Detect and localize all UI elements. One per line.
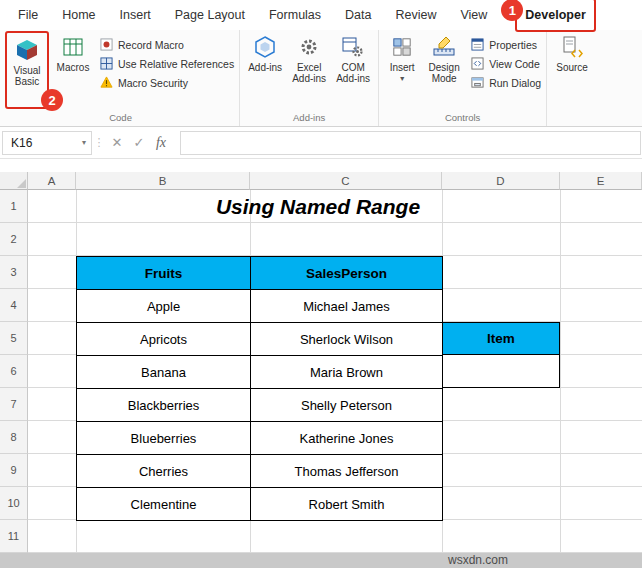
- cancel-button[interactable]: ✕: [106, 135, 128, 150]
- cell-fruit[interactable]: Apple: [77, 290, 251, 323]
- column-header-a[interactable]: A: [28, 172, 76, 190]
- item-input-cell[interactable]: [442, 355, 560, 388]
- cell-salesperson[interactable]: Katherine Jones: [251, 422, 443, 455]
- table-row: Banana Maria Brown: [77, 356, 443, 389]
- row-header-1[interactable]: 1: [0, 190, 28, 223]
- tab-page-layout[interactable]: Page Layout: [163, 1, 257, 29]
- tab-formulas[interactable]: Formulas: [257, 1, 333, 29]
- visual-basic-button[interactable]: Visual Basic: [7, 34, 47, 87]
- ribbon-group-xml: Source: [547, 30, 597, 126]
- column-header-b[interactable]: B: [76, 172, 250, 190]
- formula-input[interactable]: [180, 131, 641, 155]
- cell-fruit[interactable]: Cherries: [77, 455, 251, 488]
- row-header-8[interactable]: 8: [0, 421, 28, 454]
- run-dialog-label: Run Dialog: [489, 77, 541, 89]
- insert-function-button[interactable]: fx: [150, 135, 172, 151]
- insert-controls-button[interactable]: Insert ▼: [382, 31, 422, 82]
- cell-area[interactable]: Using Named Range Fruits SalesPerson App…: [28, 190, 642, 553]
- add-ins-button[interactable]: Add-ins: [243, 31, 287, 73]
- watermark-text: wsxdn.com: [448, 553, 508, 568]
- ribbon-group-addins: Add-ins Excel Add-ins: [240, 30, 379, 126]
- properties-button[interactable]: Properties: [471, 38, 541, 51]
- ribbon: Visual Basic 2 Macros: [0, 30, 642, 127]
- row-header-11[interactable]: 11: [0, 520, 28, 553]
- source-label: Source: [556, 62, 588, 73]
- source-button[interactable]: Source: [550, 31, 594, 73]
- com-add-ins-button[interactable]: COM Add-ins: [331, 31, 375, 84]
- formula-bar-handle: ⋮: [92, 136, 106, 149]
- tab-view[interactable]: View: [448, 1, 499, 29]
- chevron-down-icon[interactable]: ▾: [82, 138, 91, 147]
- cell-fruit[interactable]: Blueberries: [77, 422, 251, 455]
- tab-file[interactable]: File: [6, 1, 50, 29]
- macro-security-label: Macro Security: [118, 77, 188, 89]
- column-header-c[interactable]: C: [250, 172, 442, 190]
- row-header-column: 1 2 3 4 5 6 7 8 9 10 11: [0, 190, 28, 553]
- dialog-window-icon: [471, 76, 484, 89]
- gear-icon: [298, 34, 320, 60]
- cell-salesperson[interactable]: Sherlock Wilson: [251, 323, 443, 356]
- table-header-row: Fruits SalesPerson: [77, 257, 443, 290]
- cell-salesperson[interactable]: Maria Brown: [251, 356, 443, 389]
- cell-fruit[interactable]: Apricots: [77, 323, 251, 356]
- select-all-corner[interactable]: [0, 172, 28, 190]
- vb-cube-icon: [15, 37, 39, 63]
- cell-salesperson[interactable]: Michael James: [251, 290, 443, 323]
- watermark-bar: wsxdn.com: [0, 553, 642, 568]
- row-header-2[interactable]: 2: [0, 223, 28, 256]
- table-row: Blackberries Shelly Peterson: [77, 389, 443, 422]
- visual-basic-annotation-box: Visual Basic 2: [5, 31, 49, 109]
- enter-button[interactable]: ✓: [128, 135, 150, 150]
- row-header-9[interactable]: 9: [0, 454, 28, 487]
- toolbox-icon: [392, 34, 412, 60]
- code-window-icon: [471, 57, 484, 70]
- macro-security-button[interactable]: Macro Security: [100, 76, 234, 89]
- insert-controls-label: Insert: [390, 62, 415, 73]
- tab-home[interactable]: Home: [50, 1, 107, 29]
- developer-tab-annotation-box: 1 Developer: [515, 0, 595, 32]
- column-header-d[interactable]: D: [442, 172, 560, 190]
- use-relative-references-button[interactable]: Use Relative References: [100, 57, 234, 70]
- cell-fruit[interactable]: Banana: [77, 356, 251, 389]
- design-mode-button[interactable]: Design Mode: [422, 31, 466, 84]
- xml-group-label: [550, 122, 594, 126]
- hexagon-icon: [253, 34, 277, 60]
- tab-data[interactable]: Data: [333, 1, 383, 29]
- row-header-4[interactable]: 4: [0, 289, 28, 322]
- record-macro-button[interactable]: Record Macro: [100, 38, 234, 51]
- row-header-6[interactable]: 6: [0, 355, 28, 388]
- annotation-step-1-badge: 1: [501, 0, 523, 21]
- run-dialog-button[interactable]: Run Dialog: [471, 76, 541, 89]
- excel-add-ins-label: Excel Add-ins: [287, 62, 331, 84]
- cell-salesperson[interactable]: Thomas Jefferson: [251, 455, 443, 488]
- row-header-5[interactable]: 5: [0, 322, 28, 355]
- cell-salesperson[interactable]: Shelly Peterson: [251, 389, 443, 422]
- row-header-3[interactable]: 3: [0, 256, 28, 289]
- row-header-7[interactable]: 7: [0, 388, 28, 421]
- table-row: Apricots Sherlock Wilson: [77, 323, 443, 356]
- column-header-e[interactable]: E: [560, 172, 642, 190]
- tab-developer[interactable]: Developer: [525, 1, 585, 29]
- warning-triangle-icon: [100, 76, 113, 89]
- item-header-cell[interactable]: Item: [442, 322, 560, 355]
- cell-fruit[interactable]: Blackberries: [77, 389, 251, 422]
- macros-button[interactable]: Macros: [51, 31, 95, 73]
- data-table: Fruits SalesPerson Apple Michael James A…: [76, 256, 443, 521]
- name-box[interactable]: K16 ▾: [2, 131, 92, 155]
- excel-add-ins-button[interactable]: Excel Add-ins: [287, 31, 331, 84]
- controls-group-label: Controls: [382, 111, 543, 126]
- annotation-step-2-badge: 2: [41, 89, 63, 111]
- relative-grid-icon: [100, 57, 113, 70]
- sheet-title[interactable]: Using Named Range: [76, 190, 560, 223]
- row-header-10[interactable]: 10: [0, 487, 28, 520]
- chevron-down-icon: ▼: [399, 75, 406, 82]
- cell-salesperson[interactable]: Robert Smith: [251, 488, 443, 521]
- ribbon-group-code: Visual Basic 2 Macros: [2, 30, 240, 126]
- tab-review[interactable]: Review: [383, 1, 448, 29]
- view-code-button[interactable]: View Code: [471, 57, 541, 70]
- record-dot-icon: [100, 38, 113, 51]
- table-header-fruits[interactable]: Fruits: [77, 257, 251, 290]
- table-header-salesperson[interactable]: SalesPerson: [251, 257, 443, 290]
- cell-fruit[interactable]: Clementine: [77, 488, 251, 521]
- tab-insert[interactable]: Insert: [108, 1, 163, 29]
